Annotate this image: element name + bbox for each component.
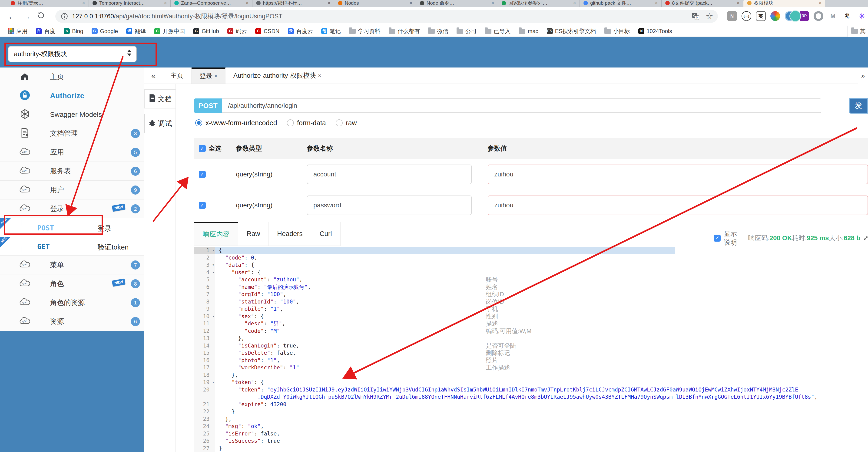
radio-form-data[interactable] — [287, 119, 294, 126]
bookmark-item[interactable]: ESES搜索引擎文档 — [547, 27, 596, 35]
param-checkbox[interactable]: ✓ — [199, 202, 206, 209]
bookmark-item[interactable]: 学习资料 — [349, 27, 380, 35]
site-info-icon[interactable] — [61, 13, 68, 20]
json-braces-extension-icon[interactable]: {…} — [742, 11, 751, 21]
bookmark-item[interactable]: 译翻译 — [126, 27, 146, 35]
param-value-input[interactable]: zuihou — [488, 196, 868, 215]
fold-arrow-icon[interactable]: ▾ — [212, 313, 214, 320]
workspace-tab[interactable]: 登录× — [191, 67, 225, 84]
sidebar-item-主页[interactable]: 主页 — [0, 67, 144, 86]
browser-tab[interactable]: 权限模块× — [743, 0, 825, 7]
sidebar-item-菜单[interactable]: API菜单7 — [0, 256, 144, 275]
workspace-tab[interactable]: 主页 — [162, 67, 191, 84]
browser-tab[interactable]: Zana—Composer ve…× — [170, 0, 252, 7]
workspace-tab[interactable]: Authorize-authority-权限模块× — [225, 67, 329, 84]
bookmark-item[interactable]: 微信 — [428, 27, 448, 35]
bookmark-item[interactable]: 笔笔记 — [321, 27, 341, 35]
response-tab-Headers[interactable]: Headers — [269, 222, 311, 246]
sidebar-item-服务表[interactable]: API服务表6 — [0, 162, 144, 180]
expand-icon[interactable] — [864, 234, 868, 242]
ring-extension-icon[interactable] — [814, 11, 824, 21]
response-tab-响应内容[interactable]: 响应内容 — [194, 222, 238, 246]
forward-icon[interactable]: → — [21, 10, 33, 22]
request-url-input[interactable]: /api/authority/anno/login — [222, 98, 821, 113]
tab-close-icon[interactable]: × — [491, 0, 494, 6]
back-icon[interactable]: ← — [6, 10, 18, 22]
radio-raw[interactable] — [336, 119, 343, 126]
translate-en-extension-icon[interactable]: 英 — [756, 11, 766, 21]
bookmark-item[interactable]: GGitHub — [193, 28, 219, 34]
asterisk-extension-icon[interactable]: ✳ — [857, 11, 867, 21]
tab-close-icon[interactable]: × — [82, 0, 85, 6]
bookmark-item[interactable]: G码云 — [227, 27, 247, 35]
sidebar-item-Authorize[interactable]: Authorize — [0, 86, 144, 105]
browser-tab[interactable]: github pack 文件…× — [580, 0, 661, 7]
tab-close-icon[interactable]: × — [318, 73, 321, 79]
tab-close-icon[interactable]: × — [737, 0, 739, 6]
param-checkbox[interactable]: ✓ — [199, 171, 206, 178]
browser-tab[interactable]: 8文件提交 (pack…× — [661, 0, 743, 7]
sidebar-item-用户[interactable]: API用户9 — [0, 180, 144, 199]
response-tab-Raw[interactable]: Raw — [238, 222, 269, 246]
tab-close-icon[interactable]: × — [573, 0, 576, 6]
m-arrow-extension-icon[interactable]: M — [828, 11, 838, 21]
sidebar-item-应用[interactable]: API应用5 — [0, 143, 144, 162]
bookmark-item[interactable]: CCSDN — [255, 28, 279, 34]
sidebar-item-角色的资源[interactable]: API角色的资源1 — [0, 293, 144, 312]
notes-extension-icon[interactable]: N — [727, 11, 737, 21]
fold-arrow-icon[interactable]: ▾ — [212, 261, 214, 269]
sidebar-endpoint-post[interactable]: NEWPOST登录 — [0, 218, 144, 237]
bookmark-overflow-folder[interactable]: 其 — [847, 26, 866, 37]
param-name-input[interactable]: account — [307, 165, 472, 184]
tab-close-icon[interactable]: × — [246, 0, 248, 6]
tab-close-icon[interactable]: × — [214, 73, 217, 79]
fold-arrow-icon[interactable]: ▾ — [212, 247, 214, 254]
bookmark-item[interactable]: 小目标 — [604, 27, 630, 35]
bookmark-item[interactable]: 应用 — [8, 27, 27, 35]
browser-tab[interactable]: https://那也不行…× — [252, 0, 334, 7]
bookmark-item[interactable]: 101024Tools — [638, 28, 672, 34]
browser-tab[interactable]: Nodes× — [334, 0, 416, 7]
sidebar-item-Swagger Models[interactable]: Swagger Models — [0, 105, 144, 124]
colorwheel-extension-icon[interactable] — [770, 11, 780, 21]
param-value-input[interactable]: zuihou — [488, 165, 868, 184]
url-bar[interactable]: 127.0.0.1:8760/api/gate/doc.html#/author… — [55, 10, 718, 23]
param-name-input[interactable]: password — [307, 196, 472, 215]
bookmark-item[interactable]: 什么都有 — [389, 27, 420, 35]
sidebar-item-资源[interactable]: API资源6 — [0, 312, 144, 331]
bookmark-item[interactable]: 公司 — [457, 27, 476, 35]
tab-close-icon[interactable]: × — [164, 0, 167, 6]
gitzip-extension-icon[interactable]: GitZip — [842, 11, 852, 21]
sidebar-item-文档管理[interactable]: 文档管理3 — [0, 124, 144, 143]
sidebar-item-角色[interactable]: API角色NEW8 — [0, 275, 144, 293]
send-button[interactable]: 发 — [849, 98, 868, 114]
response-tab-Curl[interactable]: Curl — [311, 222, 341, 246]
sidebar-item-登录[interactable]: API登录NEW2 — [0, 199, 144, 218]
side-tab-调试[interactable]: 调试 — [144, 114, 176, 133]
profile-avatar[interactable] — [789, 10, 801, 22]
response-body-editor[interactable]: 1▾23▾4▾5678910▾111213141516171819▾202122… — [194, 247, 868, 452]
bookmark-item[interactable]: 百百度 — [36, 27, 55, 35]
radio-x-www-form-urlencoded[interactable] — [195, 119, 202, 126]
tab-close-icon[interactable]: × — [328, 0, 330, 6]
tab-close-icon[interactable]: × — [819, 0, 822, 6]
bookmark-item[interactable]: 已导入 — [485, 27, 510, 35]
fold-arrow-icon[interactable]: ▾ — [212, 269, 214, 276]
bookmark-star-icon[interactable]: ☆ — [706, 11, 713, 21]
side-tab-文档[interactable]: 文档 — [144, 89, 176, 109]
translate-icon[interactable]: G文 — [691, 12, 700, 21]
browser-tab[interactable]: Node 命令…× — [416, 0, 498, 7]
more-tabs-icon[interactable]: » — [858, 67, 868, 84]
bookmark-item[interactable]: GGoogle — [92, 28, 118, 34]
browser-tab[interactable]: Temporary Interact…× — [89, 0, 170, 7]
show-desc-checkbox[interactable]: ✓ — [714, 235, 721, 242]
tab-close-icon[interactable]: × — [655, 0, 658, 6]
fold-arrow-icon[interactable]: ▾ — [212, 379, 214, 386]
collapse-tabs-icon[interactable]: « — [144, 67, 162, 84]
module-select[interactable]: authority-权限模块 — [8, 46, 137, 62]
bookmark-item[interactable]: bBing — [64, 28, 83, 34]
sidebar-endpoint-get[interactable]: NEWGET验证token — [0, 237, 144, 256]
bookmark-item[interactable]: 云百度云 — [288, 27, 313, 35]
reload-icon[interactable] — [35, 10, 47, 22]
bookmark-item[interactable]: mac — [519, 28, 538, 34]
